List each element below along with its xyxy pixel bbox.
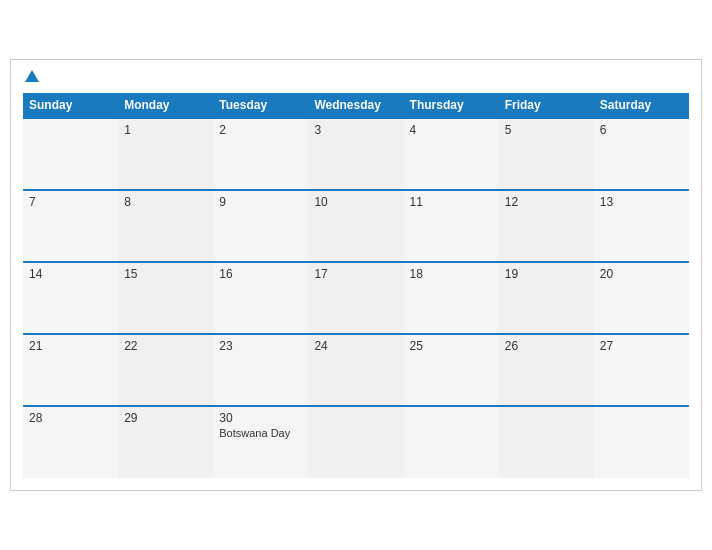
day-number: 6 [600, 123, 683, 137]
calendar-cell: 29 [118, 406, 213, 478]
calendar-body: 1234567891011121314151617181920212223242… [23, 118, 689, 478]
calendar-cell: 26 [499, 334, 594, 406]
calendar-cell: 12 [499, 190, 594, 262]
day-number: 4 [410, 123, 493, 137]
calendar-week-1: 123456 [23, 118, 689, 190]
calendar-cell: 8 [118, 190, 213, 262]
calendar-cell: 14 [23, 262, 118, 334]
calendar-cell: 19 [499, 262, 594, 334]
day-number: 2 [219, 123, 302, 137]
calendar-header-row: SundayMondayTuesdayWednesdayThursdayFrid… [23, 93, 689, 118]
calendar-cell: 3 [308, 118, 403, 190]
day-number: 9 [219, 195, 302, 209]
day-number: 17 [314, 267, 397, 281]
calendar-cell: 10 [308, 190, 403, 262]
day-number: 7 [29, 195, 112, 209]
weekday-header-monday: Monday [118, 93, 213, 118]
calendar-cell: 13 [594, 190, 689, 262]
calendar-week-4: 21222324252627 [23, 334, 689, 406]
day-number: 23 [219, 339, 302, 353]
calendar-cell: 25 [404, 334, 499, 406]
calendar-cell: 27 [594, 334, 689, 406]
weekday-header-saturday: Saturday [594, 93, 689, 118]
day-number: 22 [124, 339, 207, 353]
calendar-cell [308, 406, 403, 478]
calendar-cell: 18 [404, 262, 499, 334]
calendar-cell: 21 [23, 334, 118, 406]
day-number: 29 [124, 411, 207, 425]
calendar-cell [594, 406, 689, 478]
calendar-week-3: 14151617181920 [23, 262, 689, 334]
calendar-cell: 30Botswana Day [213, 406, 308, 478]
day-number: 26 [505, 339, 588, 353]
day-number: 1 [124, 123, 207, 137]
day-number: 15 [124, 267, 207, 281]
day-number: 27 [600, 339, 683, 353]
calendar-cell: 23 [213, 334, 308, 406]
day-number: 10 [314, 195, 397, 209]
calendar-table: SundayMondayTuesdayWednesdayThursdayFrid… [23, 93, 689, 478]
day-number: 19 [505, 267, 588, 281]
weekday-header-sunday: Sunday [23, 93, 118, 118]
calendar-cell: 1 [118, 118, 213, 190]
calendar-cell [23, 118, 118, 190]
calendar-cell: 5 [499, 118, 594, 190]
day-number: 18 [410, 267, 493, 281]
calendar-cell: 9 [213, 190, 308, 262]
event-label: Botswana Day [219, 427, 302, 439]
day-number: 13 [600, 195, 683, 209]
calendar-container: SundayMondayTuesdayWednesdayThursdayFrid… [10, 59, 702, 491]
calendar-cell [499, 406, 594, 478]
logo-triangle-icon [25, 70, 39, 82]
calendar-cell: 7 [23, 190, 118, 262]
day-number: 5 [505, 123, 588, 137]
logo-blue-text [23, 70, 39, 83]
day-number: 21 [29, 339, 112, 353]
day-number: 24 [314, 339, 397, 353]
calendar-cell: 20 [594, 262, 689, 334]
calendar-cell: 17 [308, 262, 403, 334]
calendar-cell: 22 [118, 334, 213, 406]
day-number: 3 [314, 123, 397, 137]
calendar-cell: 16 [213, 262, 308, 334]
day-number: 25 [410, 339, 493, 353]
day-number: 28 [29, 411, 112, 425]
day-number: 30 [219, 411, 302, 425]
weekday-header-tuesday: Tuesday [213, 93, 308, 118]
day-number: 11 [410, 195, 493, 209]
calendar-week-5: 282930Botswana Day [23, 406, 689, 478]
weekday-header-friday: Friday [499, 93, 594, 118]
day-number: 14 [29, 267, 112, 281]
weekday-header-thursday: Thursday [404, 93, 499, 118]
weekday-header-wednesday: Wednesday [308, 93, 403, 118]
calendar-week-2: 78910111213 [23, 190, 689, 262]
calendar-cell: 28 [23, 406, 118, 478]
calendar-cell: 2 [213, 118, 308, 190]
day-number: 20 [600, 267, 683, 281]
calendar-cell [404, 406, 499, 478]
calendar-cell: 24 [308, 334, 403, 406]
day-number: 16 [219, 267, 302, 281]
day-number: 12 [505, 195, 588, 209]
calendar-cell: 11 [404, 190, 499, 262]
calendar-cell: 6 [594, 118, 689, 190]
calendar-cell: 15 [118, 262, 213, 334]
logo [23, 70, 39, 83]
day-number: 8 [124, 195, 207, 209]
calendar-header [23, 70, 689, 83]
calendar-cell: 4 [404, 118, 499, 190]
